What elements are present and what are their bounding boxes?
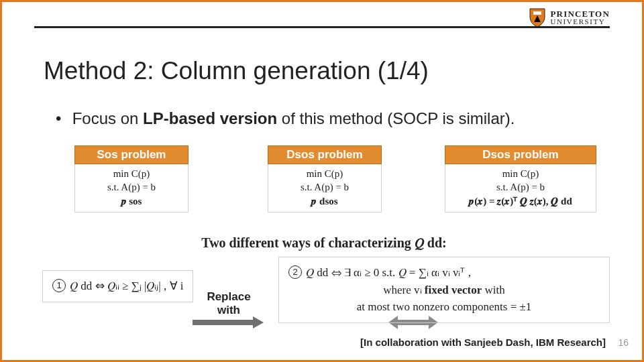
box-sos-body: min C(p) s.t. A(p) = b 𝒑 sos [74, 164, 189, 213]
dsos1-line2: s.t. A(p) = b [274, 180, 376, 194]
cond2-line3: at most two nonzero components = ±1 [288, 298, 600, 316]
box-dsos-2: Dsos problem min C(p) s.t. A(p) = b 𝒑(𝒙)… [445, 145, 596, 213]
box-dsos2-header: Dsos problem [445, 145, 596, 164]
svg-rect-0 [533, 11, 541, 15]
box-sos-header: Sos problem [74, 145, 189, 164]
bullet-1: • Focus on LP-based version of this meth… [56, 109, 515, 128]
dsos2-line2: s.t. A(p) = b [451, 180, 590, 194]
bullet-post: of this method (SOCP is similar). [277, 109, 515, 127]
box-sos: Sos problem min C(p) s.t. A(p) = b 𝒑 sos [74, 145, 189, 213]
footer-credit: [In collaboration with Sanjeeb Dash, IBM… [360, 337, 606, 348]
box-dsos1-body: min C(p) s.t. A(p) = b 𝒑 dsos [268, 164, 382, 213]
page-number: 16 [618, 337, 629, 348]
dsos2-line3: 𝒑(𝒙) = 𝒛(𝒙)ᵀ 𝑸 𝒛(𝒙), 𝑸 dd [451, 194, 590, 208]
replace-label: Replace with [197, 290, 261, 317]
condition-2: 2𝑄 dd ⇔ ∃ αᵢ ≥ 0 s.t. 𝑄 = ∑ᵢ αᵢ vᵢ vᵢᵀ ,… [278, 257, 610, 323]
bullet-pre: Focus on [68, 109, 143, 127]
top-rule [34, 26, 610, 28]
sos-line3: 𝒑 sos [80, 194, 182, 208]
circled-2-icon: 2 [288, 265, 302, 279]
replace-l1: Replace [197, 290, 261, 304]
dsos1-line1: min C(p) [274, 167, 376, 180]
circled-1-icon: 1 [52, 279, 66, 292]
box-dsos1-header: Dsos problem [268, 145, 382, 164]
two-ways-label: Two different ways of characterizing 𝑄 d… [2, 235, 644, 251]
cond1-text: 𝑄 dd ⇔ 𝑄ᵢᵢ ≥ ∑ⱼ |𝑄ᵢⱼ| , ∀ i [70, 280, 183, 292]
brand-line2: UNIVERSITY [550, 18, 610, 25]
condition-1: 1𝑄 dd ⇔ 𝑄ᵢᵢ ≥ ∑ⱼ |𝑄ᵢⱼ| , ∀ i [42, 270, 193, 302]
brand-logo: PRINCETON UNIVERSITY [529, 7, 610, 27]
dsos2-line1: min C(p) [451, 167, 590, 180]
slide: PRINCETON UNIVERSITY Method 2: Column ge… [0, 0, 644, 362]
bullet-bold: LP-based version [143, 109, 277, 127]
sos-line1: min C(p) [80, 167, 182, 180]
arrow-right-icon [193, 317, 264, 328]
dsos1-line3: 𝒑 dsos [274, 194, 376, 208]
sos-line2: s.t. A(p) = b [80, 180, 182, 194]
slide-title: Method 2: Column generation (1/4) [44, 57, 429, 85]
cond2-line2: where vᵢ fixed vector with [288, 282, 600, 299]
box-dsos2-body: min C(p) s.t. A(p) = b 𝒑(𝒙) = 𝒛(𝒙)ᵀ 𝑸 𝒛(… [445, 164, 596, 213]
cond2-line1: 2𝑄 dd ⇔ ∃ αᵢ ≥ 0 s.t. 𝑄 = ∑ᵢ αᵢ vᵢ vᵢᵀ , [288, 264, 600, 282]
bullet-dot: • [56, 109, 68, 128]
replace-l2: with [197, 304, 261, 317]
shield-icon [529, 7, 546, 27]
box-dsos-1: Dsos problem min C(p) s.t. A(p) = b 𝒑 ds… [268, 145, 382, 213]
